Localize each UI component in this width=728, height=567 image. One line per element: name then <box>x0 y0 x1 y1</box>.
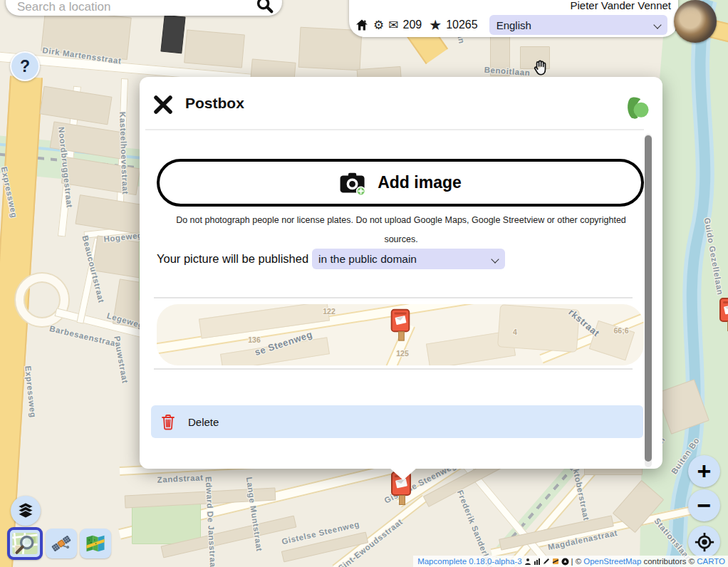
delete-label: Delete <box>188 416 219 428</box>
minimap-label: 66;6 <box>613 326 628 335</box>
messages-count: 209 <box>403 19 422 31</box>
building <box>298 27 363 71</box>
location-minimap[interactable]: 122136125466;6rkstraatse Steenweg <box>157 304 644 365</box>
satellite-icon <box>50 533 73 554</box>
close-icon[interactable] <box>152 94 174 115</box>
header-divider <box>145 129 644 130</box>
user-name: Pieter Vander Vennet <box>571 0 672 11</box>
attrib-contributors: contributors © <box>643 557 695 566</box>
license-prefix: Your picture will be published <box>157 252 308 266</box>
statistics-icon <box>534 558 541 565</box>
delete-button[interactable]: Delete <box>151 405 643 438</box>
layers-icon <box>16 501 35 520</box>
minimap-label: 136 <box>248 335 261 344</box>
user-avatar[interactable] <box>674 0 717 43</box>
zoom-out-button[interactable]: − <box>688 489 720 521</box>
street-label: Zandstraat <box>157 473 203 484</box>
geolocate-button[interactable] <box>688 526 720 558</box>
folded-map-icon <box>83 533 108 554</box>
street-label: Pauwstraat <box>113 335 130 384</box>
minimap-label: 125 <box>396 349 409 358</box>
add-image-label: Add image <box>378 173 462 192</box>
minimap-label: 4 <box>513 328 517 336</box>
help-button[interactable]: ? <box>10 51 40 81</box>
carto-link[interactable]: CARTO <box>697 557 725 566</box>
license-select-wrap: in the public domain <box>312 249 505 269</box>
hand-cursor-icon <box>531 58 550 77</box>
messages-envelope-icon[interactable]: ✉ <box>388 19 398 31</box>
language-select[interactable]: English <box>489 15 667 35</box>
settings-gear-icon[interactable]: ⚙ <box>373 19 384 31</box>
search-input[interactable] <box>6 0 282 16</box>
help-label: ? <box>20 57 30 76</box>
plus-icon: + <box>697 457 712 485</box>
popup-tail <box>390 468 417 480</box>
osm-link[interactable]: OpenStreetMap <box>583 557 641 566</box>
josm-icon <box>552 558 559 565</box>
home-icon[interactable] <box>355 18 369 32</box>
zoom-in-button[interactable]: + <box>688 455 720 487</box>
theme-button-osm-selected[interactable] <box>7 527 43 560</box>
search-bar <box>6 0 282 16</box>
license-select[interactable]: in the public domain <box>312 249 505 269</box>
minus-icon: − <box>697 491 712 519</box>
community-icon <box>561 558 569 566</box>
pencil-icon <box>543 558 550 565</box>
language-select-wrap: English <box>489 15 667 35</box>
postbox-popup: Postbox Add image Do not photograph peop… <box>140 77 662 469</box>
camera-plus-icon <box>339 171 368 195</box>
building <box>184 30 245 68</box>
crosshair-icon <box>694 531 715 553</box>
search-icon[interactable] <box>255 0 275 15</box>
osm-map-magnifier-icon <box>11 531 38 556</box>
minimap-postbox-marker <box>391 309 410 332</box>
attribution-bar: Mapcomplete 0.18.0-alpha-3 | © OpenStree… <box>413 556 728 567</box>
minimap-building <box>497 304 580 353</box>
mapcomplete-version-link[interactable]: Mapcomplete 0.18.0-alpha-3 <box>417 557 521 566</box>
street-label: Expressweg <box>24 365 38 418</box>
building <box>39 86 112 125</box>
popup-scrollbar-thumb[interactable] <box>645 135 652 462</box>
attrib-separator: | © <box>571 557 582 566</box>
mapcomplete-logo-icon <box>624 95 650 121</box>
add-image-button[interactable]: Add image <box>157 159 644 207</box>
image-disclaimer: Do not photograph people nor license pla… <box>166 211 636 249</box>
roundabout <box>16 274 68 326</box>
postbox-marker-edge[interactable] <box>719 298 728 322</box>
trash-icon <box>161 414 175 430</box>
license-row: Your picture will be published in the pu… <box>157 248 505 269</box>
layers-button[interactable] <box>11 496 41 526</box>
popup-title: Postbox <box>185 95 244 112</box>
changes-count: 10265 <box>446 19 478 31</box>
theme-button-map[interactable] <box>80 529 111 558</box>
contributor-person-icon <box>524 558 531 565</box>
divider <box>154 368 633 370</box>
minimap-label: 122 <box>323 307 336 316</box>
street-label: Edward De Jansstraat <box>204 477 218 567</box>
building <box>160 15 185 54</box>
changes-star-icon[interactable]: ★ <box>429 18 442 32</box>
divider <box>154 297 633 298</box>
theme-button-satellite[interactable] <box>46 529 77 558</box>
